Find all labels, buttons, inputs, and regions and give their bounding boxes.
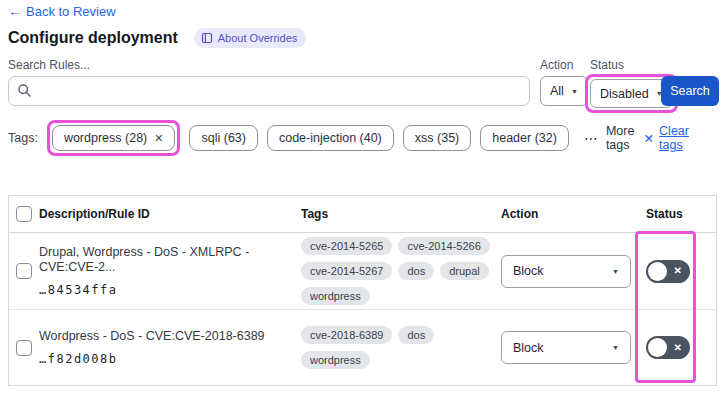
tag-chip: cve-2018-6389 <box>301 326 392 344</box>
search-label: Search Rules... <box>8 58 530 72</box>
tag-pill[interactable]: sqli (63) <box>189 125 257 151</box>
back-link[interactable]: ← Back to Review <box>8 4 116 19</box>
rule-id: …84534ffa <box>39 283 289 297</box>
book-icon <box>201 32 213 44</box>
toggle-knob <box>648 338 667 357</box>
clear-icon: ✕ <box>644 131 654 146</box>
column-header-status: Status <box>639 207 716 221</box>
action-filter-select[interactable]: All ▼ <box>540 76 588 106</box>
search-button[interactable]: Search <box>661 76 719 106</box>
back-link-label: Back to Review <box>26 4 116 19</box>
column-header-description: Description/Rule ID <box>39 207 301 221</box>
tag-chip: wordpress <box>301 351 370 369</box>
chevron-down-icon: ▼ <box>612 268 619 275</box>
selected-tag-annotation-highlight: wordpress (28) ✕ <box>47 120 181 156</box>
row-checkbox[interactable] <box>16 263 32 279</box>
more-tags-button[interactable]: ⋯ More tags <box>584 124 635 152</box>
row-checkbox[interactable] <box>16 340 32 356</box>
tag-chip: cve-2014-5266 <box>398 237 489 255</box>
configure-deployment-page: ← Back to Review Configure deployment Ab… <box>0 0 725 406</box>
action-dropdown-value: Block <box>513 264 544 278</box>
tag-pill[interactable]: header (32) <box>480 125 569 151</box>
search-group: Search Rules... <box>8 58 530 106</box>
toggle-knob <box>648 262 667 281</box>
close-icon: ✕ <box>674 343 682 353</box>
action-filter-value: All <box>550 84 564 98</box>
tag-chip: dos <box>398 262 434 280</box>
tag-pill-list: sqli (63)code-injection (40)xss (35)head… <box>189 125 568 151</box>
column-header-action: Action <box>501 207 639 221</box>
tags-label: Tags: <box>8 131 38 145</box>
search-input[interactable] <box>8 76 530 106</box>
action-dropdown[interactable]: Block ▼ <box>501 331 631 364</box>
column-header-tags: Tags <box>301 207 501 221</box>
search-wrap <box>8 76 530 106</box>
select-all-checkbox[interactable] <box>16 206 32 222</box>
tag-chip: cve-2014-5265 <box>301 237 392 255</box>
close-icon: ✕ <box>674 266 682 276</box>
rule-tag-chips: cve-2018-6389doswordpress <box>301 326 493 369</box>
rule-description: Wordpress - DoS - CVE:CVE-2018-6389 <box>39 329 289 344</box>
tag-pill-label: wordpress (28) <box>64 131 147 145</box>
rule-description: Drupal, Wordpress - DoS - XMLRPC - CVE:C… <box>39 245 289 275</box>
rules-table: Description/Rule ID Tags Action Status D… <box>8 195 717 386</box>
tag-pill-wordpress[interactable]: wordpress (28) ✕ <box>52 125 176 151</box>
tags-bar: Tags: wordpress (28) ✕ sqli (63)code-inj… <box>8 120 717 156</box>
status-toggle[interactable]: ✕ <box>646 260 690 283</box>
about-overrides-label: About Overrides <box>218 32 297 44</box>
tag-chip: cve-2014-5267 <box>301 262 392 280</box>
ellipsis-icon: ⋯ <box>584 130 599 146</box>
page-title: Configure deployment <box>8 29 178 47</box>
title-row: Configure deployment About Overrides <box>8 28 306 48</box>
more-tags-label: More tags <box>606 124 635 152</box>
action-filter-label: Action <box>540 58 588 72</box>
action-dropdown-value: Block <box>513 341 544 355</box>
tag-chip: drupal <box>440 262 489 280</box>
tag-pill[interactable]: xss (35) <box>403 125 471 151</box>
status-toggle[interactable]: ✕ <box>646 336 690 359</box>
remove-tag-icon[interactable]: ✕ <box>154 132 163 145</box>
action-filter-group: Action All ▼ <box>540 58 588 106</box>
table-header-row: Description/Rule ID Tags Action Status <box>9 196 716 233</box>
action-dropdown[interactable]: Block ▼ <box>501 255 631 288</box>
search-icon <box>17 83 32 98</box>
table-row: Drupal, Wordpress - DoS - XMLRPC - CVE:C… <box>9 233 716 309</box>
status-filter-value: Disabled <box>600 87 649 101</box>
rule-tag-chips: cve-2014-5265cve-2014-5266cve-2014-5267d… <box>301 237 493 305</box>
clear-tags-button[interactable]: ✕ Clear tags <box>644 124 691 152</box>
rule-id: …f82d008b <box>39 352 289 366</box>
table-row: Wordpress - DoS - CVE:CVE-2018-6389 …f82… <box>9 309 716 385</box>
tag-chip: dos <box>398 326 434 344</box>
about-overrides-badge[interactable]: About Overrides <box>194 28 306 48</box>
tag-chip: wordpress <box>301 287 370 305</box>
back-arrow-icon: ← <box>8 4 21 19</box>
chevron-down-icon: ▼ <box>571 88 578 95</box>
chevron-down-icon: ▼ <box>612 344 619 351</box>
status-filter-label: Status <box>590 58 678 72</box>
clear-tags-label: Clear tags <box>659 124 691 152</box>
tag-pill[interactable]: code-injection (40) <box>267 125 394 151</box>
